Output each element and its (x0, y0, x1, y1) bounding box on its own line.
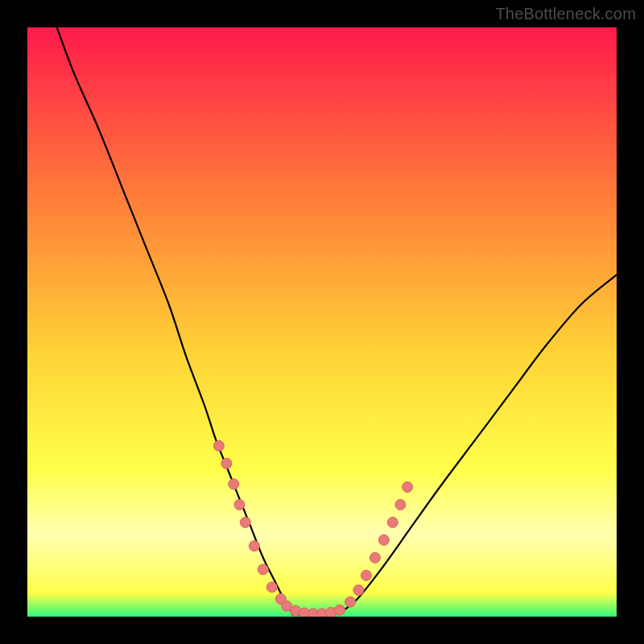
observation-marker (234, 499, 245, 510)
observation-marker (213, 440, 224, 451)
observation-marker (395, 499, 406, 510)
observation-marker (402, 482, 413, 493)
observation-marker (335, 605, 345, 615)
plot-background (27, 27, 617, 617)
observation-marker (361, 570, 371, 580)
chart-frame: TheBottleneck.com (0, 0, 644, 644)
observation-marker (345, 597, 356, 607)
watermark-text: TheBottleneck.com (495, 5, 636, 23)
observation-marker (229, 479, 239, 489)
observation-marker (353, 585, 364, 596)
observation-marker (249, 541, 259, 551)
observation-marker (240, 517, 250, 527)
observation-marker (258, 564, 268, 575)
observation-marker (221, 458, 232, 469)
observation-marker (378, 535, 389, 545)
observation-marker (369, 552, 380, 563)
observation-marker (266, 582, 277, 592)
bottleneck-curve-plot (27, 27, 617, 617)
observation-marker (387, 517, 398, 527)
